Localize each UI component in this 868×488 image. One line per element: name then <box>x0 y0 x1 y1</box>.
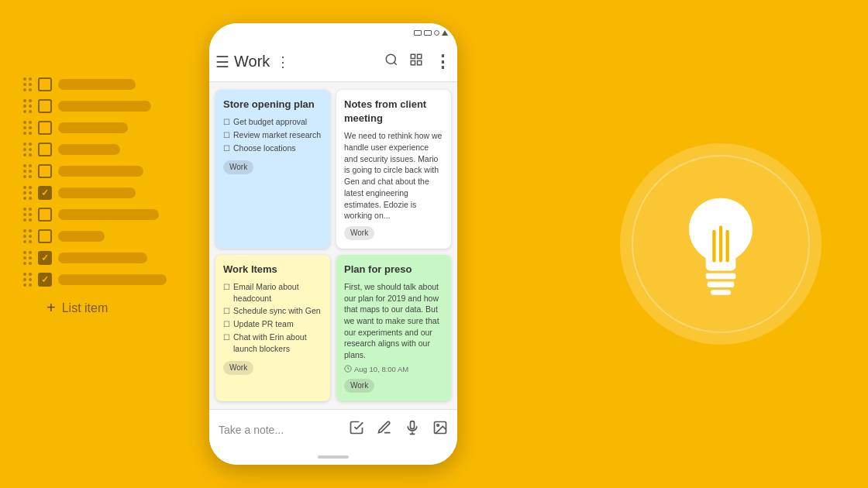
list-item[interactable] <box>23 273 167 287</box>
list-bar <box>58 166 143 177</box>
add-list-label: List item <box>62 301 108 315</box>
checkbox-icon: ☐ <box>223 130 230 141</box>
status-triangle-icon <box>442 30 448 36</box>
list-item[interactable] <box>23 208 167 222</box>
note-timestamp: Aug 10, 8:00 AM <box>344 364 443 374</box>
phone-home-indicator <box>209 449 457 465</box>
list-item[interactable] <box>23 99 167 113</box>
list-bar <box>58 274 167 285</box>
left-list-panel: + List item <box>23 77 167 317</box>
list-item[interactable] <box>23 229 167 243</box>
note-card-work-items[interactable]: Work Items ☐ Email Mario about headcount… <box>215 255 330 401</box>
note-tag[interactable]: Work <box>223 160 253 174</box>
note-item: ☐ Choose locations <box>223 143 322 154</box>
app-header: ☰ Work ⋮ ⋮ <box>209 42 457 82</box>
layout-icon[interactable] <box>409 53 423 70</box>
page-title: Work <box>234 53 270 70</box>
bottom-bar: Take a note... <box>209 409 457 449</box>
checkbox-icon: ☐ <box>223 143 230 154</box>
list-item[interactable] <box>23 186 167 200</box>
list-item[interactable] <box>23 164 167 178</box>
right-panel <box>620 143 822 345</box>
list-bar <box>58 231 105 242</box>
note-card-client-meeting[interactable]: Notes from client meeting We need to ret… <box>336 90 451 249</box>
note-item: ☐ Email Mario about headcount <box>223 281 322 304</box>
note-item: ☐ Get budget approval <box>223 116 322 128</box>
note-tag[interactable]: Work <box>223 361 253 375</box>
drag-handle <box>23 208 32 222</box>
checkbox[interactable] <box>38 143 52 156</box>
list-item[interactable] <box>23 121 167 135</box>
phone-status-bar <box>209 23 457 42</box>
menu-icon[interactable]: ☰ <box>215 53 229 71</box>
drag-handle <box>23 99 32 113</box>
logo-circle <box>620 143 822 345</box>
checkbox[interactable] <box>38 208 52 222</box>
svg-point-0 <box>386 54 395 64</box>
drag-handle <box>23 251 32 265</box>
note-text: We need to rethink how we handle user ex… <box>344 130 443 222</box>
checkbox-checked[interactable] <box>38 186 52 200</box>
checkbox-icon: ☐ <box>223 332 230 343</box>
svg-rect-5 <box>418 61 422 65</box>
drag-handle <box>23 273 32 287</box>
list-bar <box>58 122 128 133</box>
list-item[interactable] <box>23 143 167 156</box>
checkbox[interactable] <box>38 99 52 113</box>
note-card-store-opening[interactable]: Store opening plan ☐ Get budget approval… <box>215 90 330 249</box>
note-title: Plan for preso <box>344 263 443 277</box>
search-icon[interactable] <box>384 53 398 70</box>
svg-point-11 <box>437 424 439 427</box>
checkbox-icon: ☐ <box>223 306 230 317</box>
status-circle-icon <box>434 30 439 36</box>
checkbox-checked[interactable] <box>38 273 52 287</box>
checkbox[interactable] <box>38 229 52 243</box>
checklist-icon[interactable] <box>349 420 364 439</box>
note-card-plan-preso[interactable]: Plan for preso First, we should talk abo… <box>336 255 451 401</box>
svg-rect-7 <box>411 421 415 429</box>
header-right: ⋮ <box>384 52 451 72</box>
note-tag[interactable]: Work <box>344 226 374 240</box>
list-bar <box>58 144 120 155</box>
note-title: Work Items <box>223 263 322 277</box>
checkbox[interactable] <box>38 77 52 91</box>
image-icon[interactable] <box>432 420 448 439</box>
more-options-icon[interactable]: ⋮ <box>434 52 451 72</box>
note-item: ☐ Review market research <box>223 129 322 141</box>
clock-icon <box>344 365 352 373</box>
note-item: ☐ Update PR team <box>223 318 322 330</box>
drag-handle <box>23 77 32 91</box>
logo-ring <box>632 155 810 333</box>
drag-handle <box>23 229 32 243</box>
take-note-input[interactable]: Take a note... <box>219 424 349 436</box>
status-rect-icon2 <box>424 30 432 36</box>
list-bar <box>58 187 136 198</box>
note-tag[interactable]: Work <box>344 379 374 393</box>
drag-handle <box>23 121 32 135</box>
list-item[interactable] <box>23 251 167 265</box>
note-text: First, we should talk about our plan for… <box>344 281 443 361</box>
microphone-icon[interactable] <box>405 420 420 439</box>
list-item[interactable] <box>23 77 167 91</box>
svg-rect-3 <box>418 54 422 58</box>
home-bar <box>318 455 349 459</box>
drag-handle <box>23 164 32 178</box>
title-more-icon[interactable]: ⋮ <box>276 53 290 70</box>
draw-icon[interactable] <box>377 420 392 439</box>
checkbox-icon: ☐ <box>223 117 230 128</box>
checkbox-icon: ☐ <box>223 282 230 293</box>
list-bar <box>58 209 159 220</box>
svg-rect-2 <box>411 54 415 58</box>
checkbox[interactable] <box>38 164 52 178</box>
checkbox-checked[interactable] <box>38 251 52 265</box>
note-title: Store opening plan <box>223 98 322 112</box>
bottom-icons <box>349 420 448 439</box>
add-icon: + <box>46 299 56 317</box>
checkbox[interactable] <box>38 121 52 135</box>
list-bar <box>58 101 151 112</box>
add-list-item[interactable]: + List item <box>46 299 167 317</box>
list-bar <box>58 253 147 263</box>
notes-grid: Store opening plan ☐ Get budget approval… <box>209 82 457 409</box>
drag-handle <box>23 186 32 200</box>
status-icons <box>414 30 448 36</box>
